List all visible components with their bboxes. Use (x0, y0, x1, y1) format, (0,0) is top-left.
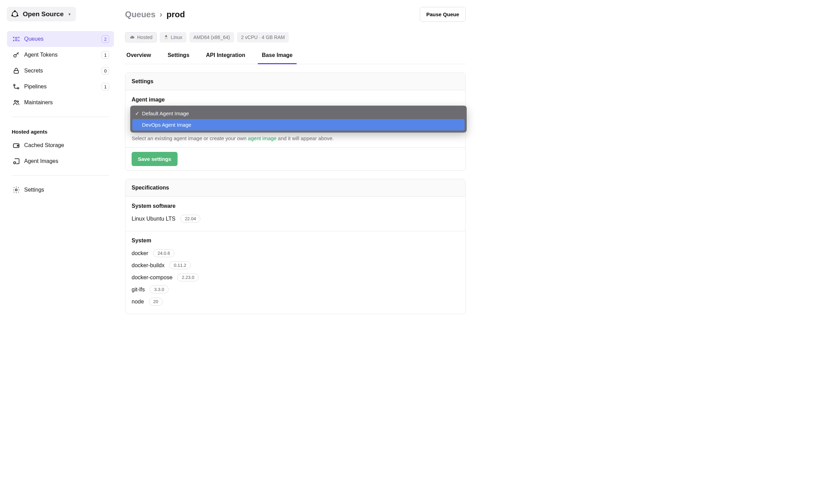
spec-row: node20 (132, 295, 459, 308)
save-settings-button[interactable]: Save settings (132, 152, 178, 166)
spec-name: Linux Ubuntu LTS (132, 216, 175, 222)
sidebar-item-maintainers[interactable]: Maintainers (7, 95, 114, 110)
svg-point-11 (15, 100, 17, 103)
image-gear-icon (12, 157, 21, 165)
tab-overview[interactable]: Overview (125, 47, 152, 64)
sidebar-item-label: Agent Images (24, 158, 109, 164)
spec-version: 0.11.2 (169, 261, 191, 269)
chevron-down-icon: ▼ (68, 12, 71, 16)
sidebar-section-hosted-agents: Hosted agents (7, 123, 114, 137)
chip-resources: 2 vCPU · 4 GB RAM (237, 32, 289, 42)
spec-name: docker-buildx (132, 262, 164, 269)
sidebar-item-label: Queues (24, 36, 102, 42)
sidebar-item-secrets[interactable]: Secrets 0 (7, 63, 114, 79)
chip-hosted: Hosted (125, 32, 157, 42)
svg-point-9 (13, 84, 15, 86)
svg-point-16 (13, 162, 16, 164)
divider (12, 117, 109, 117)
spec-version: 20 (149, 298, 163, 306)
sidebar-item-badge: 0 (102, 67, 109, 75)
spec-row: git-lfs3.3.0 (132, 283, 459, 295)
svg-point-1 (14, 11, 15, 12)
tab-api-integration[interactable]: API Integration (204, 47, 247, 64)
breadcrumb: Queues › prod (125, 10, 185, 19)
breadcrumb-root[interactable]: Queues (125, 10, 155, 19)
agent-image-link[interactable]: agent image (248, 135, 277, 141)
sidebar-item-agent-tokens[interactable]: Agent Tokens 1 (7, 47, 114, 63)
sidebar-item-label: Settings (24, 187, 109, 193)
svg-point-3 (17, 15, 18, 16)
divider (12, 175, 109, 176)
panel-heading: Specifications (125, 179, 465, 197)
pause-queue-button[interactable]: Pause Queue (420, 7, 466, 22)
sidebar-item-queues[interactable]: Queues 2 (7, 31, 114, 47)
agent-image-select[interactable]: Default Agent Image DevOps Agent Image (132, 106, 459, 119)
sidebar-item-label: Maintainers (24, 99, 109, 106)
sidebar-item-agent-images[interactable]: Agent Images (7, 153, 114, 169)
svg-point-2 (12, 15, 13, 16)
storage-icon (12, 142, 21, 149)
spec-heading-system: System (132, 238, 459, 244)
sidebar-item-badge: 1 (102, 51, 109, 59)
spec-name: docker (132, 250, 148, 256)
chip-arch: AMD64 (x86_64) (189, 32, 234, 42)
spec-heading-system-software: System software (132, 203, 459, 209)
spec-row: docker-compose2.23.0 (132, 271, 459, 283)
svg-point-7 (14, 55, 16, 57)
queues-icon (12, 35, 21, 43)
spec-name: docker-compose (132, 274, 172, 281)
svg-rect-8 (14, 70, 19, 73)
sidebar-item-badge: 2 (102, 35, 109, 43)
lock-icon (12, 67, 21, 75)
chip-os: Linux (160, 32, 186, 42)
spec-row: Linux Ubuntu LTS 22.04 (132, 213, 459, 225)
key-icon (12, 51, 21, 59)
org-switcher[interactable]: Open Source ▼ (7, 7, 76, 21)
spec-version: 22.04 (180, 215, 201, 223)
breadcrumb-current: prod (167, 10, 185, 19)
org-icon (10, 10, 19, 19)
sidebar-item-label: Secrets (24, 68, 102, 74)
svg-point-23 (167, 38, 168, 39)
spec-version: 3.3.0 (150, 285, 169, 293)
dropdown-option-devops[interactable]: DevOps Agent Image (132, 119, 465, 130)
sidebar-item-pipelines[interactable]: Pipelines 1 (7, 79, 114, 95)
svg-point-20 (166, 36, 166, 37)
svg-point-22 (165, 38, 166, 39)
chevron-right-icon: › (160, 10, 162, 19)
helper-text: Select an existing agent image or create… (132, 135, 459, 141)
spec-version: 24.0.6 (153, 249, 174, 257)
svg-point-17 (15, 189, 17, 191)
spec-name: git-lfs (132, 287, 145, 293)
pipelines-icon (12, 83, 21, 90)
spec-name: node (132, 299, 144, 305)
gear-icon (12, 186, 21, 194)
people-icon (12, 99, 21, 106)
spec-row: docker-buildx0.11.2 (132, 259, 459, 271)
dropdown-option-default[interactable]: Default Agent Image (132, 108, 465, 119)
spec-row: docker24.0.6 (132, 247, 459, 259)
agent-image-label: Agent image (132, 97, 459, 103)
sidebar-item-badge: 1 (102, 83, 109, 90)
org-name: Open Source (23, 10, 64, 18)
sidebar-item-cached-storage[interactable]: Cached Storage (7, 137, 114, 153)
tab-base-image[interactable]: Base Image (260, 47, 294, 64)
tab-settings[interactable]: Settings (166, 47, 191, 64)
svg-point-21 (167, 36, 167, 37)
spec-version: 2.23.0 (177, 273, 199, 281)
panel-heading: Settings (125, 73, 465, 90)
sidebar-item-label: Agent Tokens (24, 52, 102, 58)
cloud-icon (130, 35, 135, 40)
sidebar-item-settings[interactable]: Settings (7, 182, 114, 198)
sidebar-item-label: Cached Storage (24, 142, 109, 148)
specifications-panel: Specifications System software Linux Ubu… (125, 179, 466, 314)
linux-icon (164, 35, 169, 40)
svg-point-12 (17, 101, 18, 102)
svg-point-10 (17, 87, 19, 89)
agent-image-dropdown[interactable]: Default Agent Image DevOps Agent Image (130, 106, 467, 133)
settings-panel: Settings Agent image Default Agent Image… (125, 72, 466, 171)
sidebar-item-label: Pipelines (24, 84, 102, 90)
